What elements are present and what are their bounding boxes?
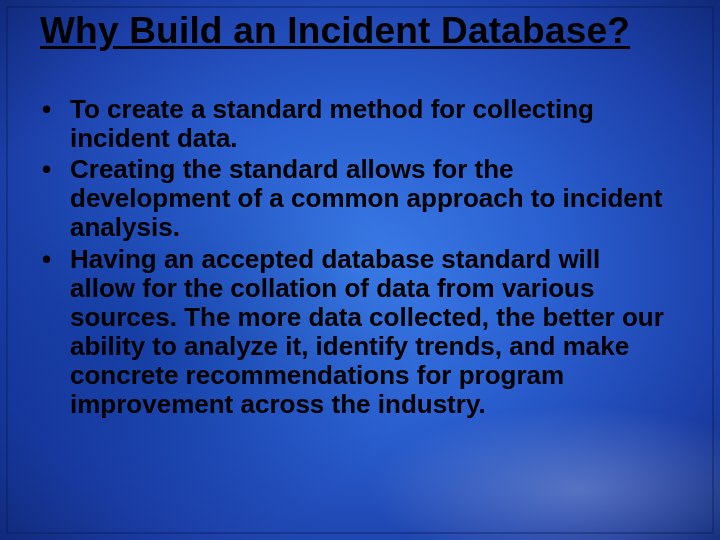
list-item: To create a standard method for collecti… [36,95,668,153]
slide-body: To create a standard method for collecti… [36,95,668,421]
slide: Why Build an Incident Database? To creat… [0,0,720,540]
slide-title: Why Build an Incident Database? [40,10,680,52]
bullet-list: To create a standard method for collecti… [36,95,668,419]
bullet-text: Creating the standard allows for the dev… [70,154,662,242]
bullet-text: To create a standard method for collecti… [70,94,594,153]
bullet-text: Having an accepted database standard wil… [70,244,664,420]
list-item: Having an accepted database standard wil… [36,245,668,420]
list-item: Creating the standard allows for the dev… [36,155,668,242]
